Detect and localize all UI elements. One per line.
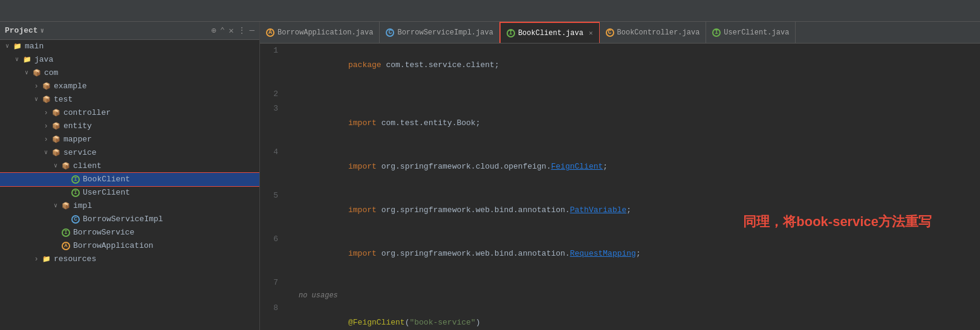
menu-icon[interactable]: ⋮ [238,25,246,36]
item-label-main: main [25,40,44,53]
arrow-BorrowApplication: › [51,239,60,253]
BorrowApplication-icon: A [60,242,71,250]
test-folder-icon: 📦 [41,95,52,104]
tree-item-main[interactable]: ∨ 📁 main [0,40,259,53]
tree-item-service[interactable]: ∨ 📦 service [0,146,259,160]
controller-folder-icon: 📦 [51,109,62,117]
tree-item-controller[interactable]: › 📦 controller [0,106,259,120]
arrow-test: ∨ [31,93,41,106]
punct-3: ; [476,118,481,128]
FeignClient: FeignClient [551,162,603,171]
item-label-service: service [63,146,97,160]
tab-label-BookController: BookController.java [617,28,700,37]
locate-icon[interactable]: ⊕ [211,25,216,36]
tree-item-UserClient[interactable]: › I UserClient [0,186,259,199]
service-folder-icon: 📦 [51,149,62,157]
tree-item-resources[interactable]: › 📁 resources [0,253,259,266]
item-label-java: java [34,53,53,66]
tab-label-UserClient: UserClient.java [724,28,789,37]
line-code-5: import org.springframework.web.bind.anno… [299,189,980,232]
tab-BorrowServiceImpl[interactable]: C BorrowServiceImpl.java [380,22,499,44]
item-label-impl: impl [73,199,92,213]
punct: ; [495,60,499,70]
file-tree: ∨ 📁 main ∨ 📁 java ∨ 📦 com › 📦 exampl [0,40,259,266]
tree-item-BorrowService[interactable]: › I BorrowService [0,226,259,239]
tree-item-BorrowServiceImpl[interactable]: › C BorrowServiceImpl [0,213,259,226]
arrow-entity: › [41,120,51,133]
client-folder-icon: 📦 [60,162,71,170]
item-label-UserClient: UserClient [83,186,130,199]
tree-item-impl[interactable]: ∨ 📦 impl [0,199,259,213]
item-label-example: example [54,80,87,93]
close-icon[interactable]: ✕ [229,25,233,36]
code-line-8: 8 @FeignClient("book-service") [260,301,980,330]
item-label-com: com [44,66,58,80]
line-code-4: import org.springframework.cloud.openfei… [299,145,980,189]
expand-icon[interactable]: ⌃ [220,25,225,36]
code-line-1: 1 package com.test.service.client; [260,44,980,87]
tab-BorrowApplication[interactable]: A BorrowApplication.java [260,22,380,44]
sidebar-icons: ⊕ ⌃ ✕ ⋮ — [211,25,255,36]
line-num-7: 7 [260,276,284,290]
impl-folder-icon: 📦 [60,202,71,210]
tree-item-BookClient[interactable]: › I BookClient [0,173,259,186]
item-label-controller: controller [63,106,111,120]
arrow-main: ∨ [2,40,12,53]
RequestMapping: RequestMapping [570,249,636,258]
item-label-entity: entity [63,120,92,133]
folder-icon: 📁 [12,42,23,51]
item-label-client: client [73,160,102,173]
tab-UserClient[interactable]: I UserClient.java [706,22,796,44]
item-label-BorrowApplication: BorrowApplication [73,239,154,253]
code-line-7: 7 [260,276,980,290]
tree-item-com[interactable]: ∨ 📦 com [0,66,259,80]
kw-import-4: import [348,162,381,171]
app-icon: A [62,242,70,250]
arrow-service: ∨ [41,146,51,160]
arrow-BorrowService: › [51,226,60,239]
pkg-6: org.springframework.web.bind.annotation. [381,249,570,258]
tab-BookController[interactable]: C BookController.java [600,22,707,44]
pkg: com.test.service.client [386,60,494,70]
tab-icon-BorrowApplication: A [266,28,274,37]
com-folder-icon: 📦 [31,69,42,77]
tree-item-entity[interactable]: › 📦 entity [0,120,259,133]
main-area: Project ∨ ⊕ ⌃ ✕ ⋮ — ∨ 📁 main ∨ 📁 [0,22,980,330]
tab-icon-BorrowServiceImpl: C [386,28,394,37]
arrow-impl: ∨ [51,199,60,213]
code-line-3: 3 import com.test.entity.Book; [260,102,980,145]
tree-item-test[interactable]: ∨ 📦 test [0,93,259,106]
java-folder-icon: 📁 [22,56,33,64]
code-line-5: 5 import org.springframework.web.bind.an… [260,189,980,232]
line-code-6: import org.springframework.web.bind.anno… [299,232,980,276]
tab-label-BorrowApplication: BorrowApplication.java [277,28,373,37]
class-icon: C [71,215,80,224]
UserClient-icon: I [70,189,81,197]
line-num-4: 4 [260,145,284,160]
arrow-java: ∨ [12,53,22,66]
BorrowServiceImpl-icon: C [70,215,81,224]
tab-icon-BookClient: I [507,29,515,37]
sidebar: Project ∨ ⊕ ⌃ ✕ ⋮ — ∨ 📁 main ∨ 📁 [0,22,260,330]
tree-item-java[interactable]: ∨ 📁 java [0,53,259,66]
item-label-BookClient: BookClient [83,173,130,186]
arrow-BookClient: › [60,173,70,186]
tree-item-mapper[interactable]: › 📦 mapper [0,133,259,146]
tab-close-BookClient[interactable]: ✕ [589,29,593,37]
code-content: 1 package com.test.service.client; 2 3 i… [260,44,980,330]
arrow-controller: › [41,106,51,120]
minimize-icon[interactable]: — [250,25,255,36]
line-num-3: 3 [260,102,284,116]
pkg-5: org.springframework.web.bind.annotation. [381,205,570,215]
arrow-com: ∨ [22,66,31,80]
tree-item-client[interactable]: ∨ 📦 client [0,160,259,173]
tab-BookClient[interactable]: I BookClient.java ✕ [500,22,600,44]
PathVariable: PathVariable [570,205,627,215]
str-book-service: "book-service" [409,318,475,327]
tree-item-example[interactable]: › 📦 example [0,80,259,93]
tree-item-BorrowApplication[interactable]: › A BorrowApplication [0,239,259,253]
code-line-4: 4 import org.springframework.cloud.openf… [260,145,980,189]
arrow-UserClient: › [60,186,70,199]
arrow-example: › [31,80,41,93]
paren-8-close: ) [476,318,481,327]
